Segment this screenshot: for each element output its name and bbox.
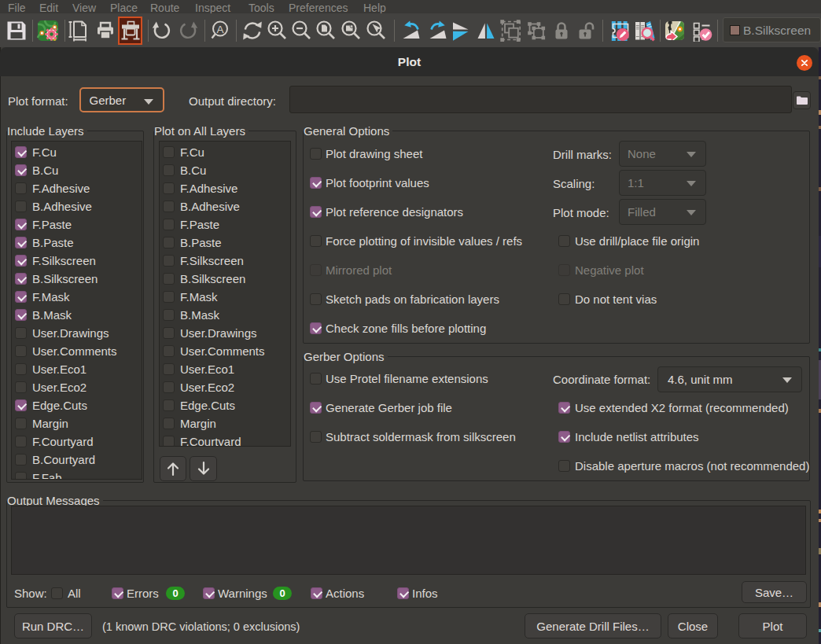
- svg-text:A: A: [216, 24, 223, 35]
